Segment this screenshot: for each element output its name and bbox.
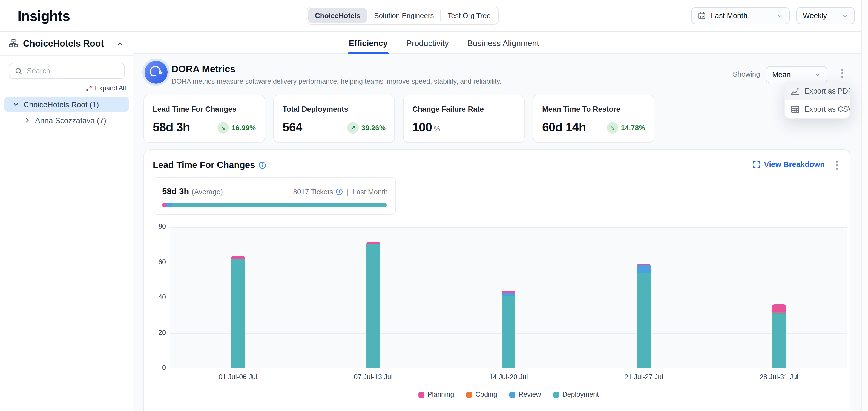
x-tick-label: 01 Jul-06 Jul — [199, 373, 276, 381]
search-input[interactable] — [27, 67, 119, 75]
scrollbar-track[interactable] — [861, 0, 868, 411]
expand-corners-icon — [753, 161, 760, 168]
expand-arrows-icon — [86, 85, 92, 91]
separator: | — [346, 187, 350, 196]
trend-badge: ↘ 16.99% — [217, 122, 256, 133]
org-tab-solution-engineers[interactable]: Solution Engineers — [368, 8, 440, 23]
metric-title: Lead Time For Changes — [153, 105, 256, 113]
view-breakdown-button[interactable]: View Breakdown — [753, 160, 825, 169]
dora-overflow-menu-button[interactable] — [837, 66, 847, 80]
content-area: DORA Metrics DORA metrics measure softwa… — [133, 54, 861, 411]
y-tick-label: 60 — [152, 258, 166, 266]
export-pdf-label: Export as PDF — [804, 87, 850, 95]
date-range-select[interactable]: Last Month — [691, 7, 790, 24]
trend-percent: 14.78% — [621, 124, 645, 132]
trend-down-icon: ↘ — [217, 122, 229, 133]
export-csv-label: Export as CSV — [804, 105, 850, 113]
dora-metrics-title: DORA Metrics — [172, 64, 236, 75]
lead-time-summary-card: 58d 3h (Average) 8017 Tickets | Last Mon… — [153, 177, 396, 214]
summary-period: Last Month — [352, 187, 388, 196]
stacked-bar-2[interactable] — [366, 242, 380, 368]
tree-item-anna[interactable]: Anna Scozzafava (7) — [4, 113, 129, 128]
chevron-down-icon[interactable] — [12, 101, 19, 107]
section-overflow-menu-button[interactable] — [832, 158, 842, 172]
metric-value: 58d 3h — [153, 121, 190, 135]
bar-segment-deployment — [772, 314, 786, 368]
metric-title: Change Failure Rate — [412, 105, 515, 113]
chevron-down-icon — [842, 12, 848, 19]
stacked-bar-3[interactable] — [502, 290, 515, 368]
y-tick-label: 40 — [152, 293, 166, 301]
metric-value: 60d 14h — [542, 121, 586, 135]
view-breakdown-label: View Breakdown — [764, 160, 825, 169]
stacked-bar-1[interactable] — [231, 256, 245, 368]
legend-swatch — [509, 391, 515, 398]
dora-metrics-subtitle: DORA metrics measure software delivery p… — [172, 78, 501, 85]
trend-up-icon: ↗ — [347, 122, 359, 133]
aggregation-value: Mean — [772, 71, 791, 79]
chart-legend: PlanningCodingReviewDeployment — [170, 391, 847, 399]
legend-label: Deployment — [562, 391, 599, 399]
chevron-down-icon — [814, 71, 821, 78]
export-pdf-menu-item[interactable]: Export as PDF — [785, 82, 850, 100]
y-tick-label: 0 — [152, 364, 166, 372]
chevron-up-icon[interactable] — [116, 40, 124, 47]
stacked-bar-4[interactable] — [637, 264, 651, 368]
sidebar-search[interactable] — [9, 63, 125, 79]
date-range-value: Last Month — [711, 11, 747, 20]
chevron-down-icon — [777, 12, 783, 19]
bar-segment-deployment — [231, 260, 245, 368]
progress-segment-planning — [162, 203, 166, 207]
tab-productivity[interactable]: Productivity — [405, 32, 450, 54]
info-icon[interactable] — [336, 188, 343, 195]
info-icon[interactable] — [258, 161, 266, 169]
org-tab-test-org-tree[interactable]: Test Org Tree — [441, 8, 497, 23]
granularity-select[interactable]: Weekly — [796, 7, 855, 24]
metric-card-mean-time-to-restore: Mean Time To Restore 60d 14h ↘ 14.78% — [533, 95, 654, 143]
stacked-bar-5[interactable] — [772, 304, 786, 368]
legend-label: Review — [519, 391, 541, 399]
trend-percent: 39.26% — [362, 124, 385, 132]
lead-time-section: Lead Time For Changes View Breakdown — [144, 149, 850, 411]
metric-card-change-failure-rate: Change Failure Rate 100% — [403, 95, 525, 143]
phase-progress-bar — [162, 203, 386, 207]
trend-badge: ↗ 39.26% — [347, 122, 385, 133]
export-menu: Export as PDF Export as CSV — [784, 81, 850, 119]
trend-percent: 16.99% — [231, 124, 256, 132]
tab-business-alignment[interactable]: Business Alignment — [466, 32, 540, 54]
legend-item-coding: Coding — [466, 391, 497, 399]
aggregation-select[interactable]: Mean — [766, 66, 828, 83]
x-tick-label: 14 Jul-20 Jul — [470, 373, 547, 381]
metric-cards-row: Lead Time For Changes 58d 3h ↘ 16.99% To… — [144, 95, 654, 143]
x-tick-label: 28 Jul-31 Jul — [741, 373, 817, 381]
gridline — [170, 263, 847, 263]
sitemap-icon — [9, 39, 18, 48]
y-tick-label: 80 — [152, 223, 166, 230]
metric-card-total-deployments: Total Deployments 564 ↗ 39.26% — [273, 95, 395, 143]
expand-all-label: Expand All — [95, 84, 126, 92]
chevron-right-icon[interactable] — [24, 117, 31, 124]
x-tick-label: 21 Jul-27 Jul — [606, 373, 682, 381]
org-tab-choicehotels[interactable]: ChoiceHotels — [308, 8, 367, 23]
legend-swatch — [553, 391, 559, 398]
bar-segment-deployment — [502, 296, 515, 368]
dora-metrics-icon — [145, 61, 167, 84]
chart-line-plus-icon — [791, 87, 800, 96]
bar-segment-deployment — [637, 273, 651, 368]
main-tabs: Efficiency Productivity Business Alignme… — [133, 32, 861, 54]
legend-swatch — [466, 391, 472, 398]
progress-segment-review — [166, 203, 172, 207]
export-csv-menu-item[interactable]: Export as CSV — [785, 100, 850, 118]
bar-segment-planning — [502, 290, 515, 293]
tree-item-root[interactable]: ChoiceHotels Root (1) — [4, 97, 129, 112]
bar-segment-planning — [772, 304, 786, 312]
legend-item-planning: Planning — [418, 391, 454, 399]
legend-item-review: Review — [509, 391, 541, 399]
legend-label: Coding — [475, 391, 497, 399]
tree-item-label: Anna Scozzafava (7) — [35, 116, 106, 125]
metric-card-lead-time: Lead Time For Changes 58d 3h ↘ 16.99% — [144, 95, 265, 143]
expand-all-button[interactable]: Expand All — [86, 84, 126, 92]
chart-plot — [170, 227, 847, 368]
tab-efficiency[interactable]: Efficiency — [348, 32, 389, 54]
bar-segment-deployment — [366, 244, 380, 368]
